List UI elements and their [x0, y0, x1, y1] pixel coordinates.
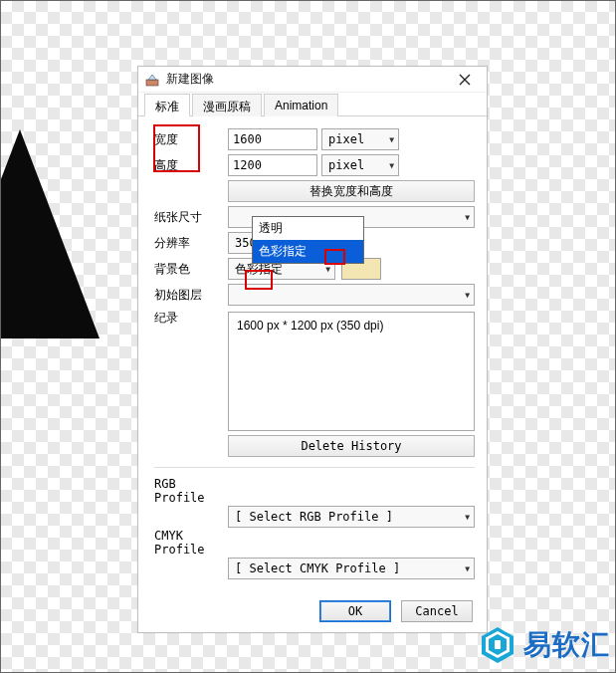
titlebar: 新建图像: [138, 67, 487, 93]
layer-label: 初始图层: [154, 287, 228, 304]
svg-rect-0: [146, 80, 158, 86]
delete-history-button[interactable]: Delete History: [228, 435, 475, 457]
tab-animation[interactable]: Animation: [264, 94, 338, 116]
svg-rect-4: [495, 640, 501, 649]
divider: [154, 467, 475, 468]
bgcolor-option-transparent[interactable]: 透明: [253, 217, 363, 240]
width-unit-value: pixel: [328, 132, 364, 146]
history-label: 纪录: [154, 310, 228, 327]
row-swap: 替换宽度和高度: [154, 178, 475, 204]
bgcolor-option-specify[interactable]: 色彩指定: [253, 240, 363, 263]
resolution-label: 分辨率: [154, 235, 228, 252]
cmyk-profile-value: [ Select CMYK Profile ]: [235, 561, 400, 575]
dialog-footer: OK Cancel: [138, 589, 487, 632]
chevron-down-icon: ▼: [465, 564, 470, 573]
history-item[interactable]: 1600 px * 1200 px (350 dpi): [237, 319, 466, 333]
close-icon: [459, 74, 471, 86]
row-cmyk-profile-value: [ Select CMYK Profile ] ▼: [154, 556, 475, 581]
bgcolor-dropdown-list[interactable]: 透明 色彩指定: [252, 216, 364, 264]
chevron-down-icon: ▼: [465, 513, 470, 522]
chevron-down-icon: ▼: [465, 213, 470, 222]
background-triangle: [0, 129, 100, 338]
height-label: 高度: [154, 157, 228, 174]
tab-standard[interactable]: 标准: [144, 94, 190, 116]
row-layer: 初始图层 ▼: [154, 282, 475, 308]
tab-manga[interactable]: 漫画原稿: [192, 94, 262, 116]
width-label: 宽度: [154, 131, 228, 148]
chevron-down-icon: ▼: [325, 265, 330, 274]
width-input[interactable]: [228, 128, 317, 150]
height-unit-select[interactable]: pixel ▼: [321, 154, 399, 176]
dialog-body: 宽度 pixel ▼ 高度 pixel ▼ 替换宽度和高度 纸张尺寸 ▼: [138, 116, 487, 589]
cmyk-profile-select[interactable]: [ Select CMYK Profile ] ▼: [228, 558, 475, 579]
chevron-down-icon: ▼: [389, 161, 394, 170]
row-height: 高度 pixel ▼: [154, 152, 475, 178]
height-input[interactable]: [228, 154, 317, 176]
row-cmyk-profile: CMYK Profile: [154, 530, 475, 556]
cmyk-profile-label: CMYK Profile: [154, 529, 228, 557]
row-history: 纪录 1600 px * 1200 px (350 dpi) Delete Hi…: [154, 310, 475, 457]
chevron-down-icon: ▼: [465, 291, 470, 300]
brand-logo: 易软汇: [480, 625, 610, 665]
swap-dimensions-button[interactable]: 替换宽度和高度: [228, 180, 475, 202]
close-button[interactable]: [449, 69, 481, 91]
brand-icon: [480, 625, 515, 665]
row-width: 宽度 pixel ▼: [154, 126, 475, 152]
rgb-profile-select[interactable]: [ Select RGB Profile ] ▼: [228, 506, 475, 528]
dialog-title: 新建图像: [166, 71, 449, 88]
layer-select[interactable]: ▼: [228, 284, 475, 306]
ok-button[interactable]: OK: [319, 600, 391, 622]
brand-text: 易软汇: [523, 626, 610, 664]
row-rgb-profile-value: [ Select RGB Profile ] ▼: [154, 504, 475, 530]
width-unit-select[interactable]: pixel ▼: [321, 128, 399, 150]
row-rgb-profile: RGB Profile: [154, 478, 475, 504]
paper-label: 纸张尺寸: [154, 209, 228, 226]
rgb-profile-value: [ Select RGB Profile ]: [235, 510, 393, 524]
tabs: 标准 漫画原稿 Animation: [138, 93, 487, 116]
history-list[interactable]: 1600 px * 1200 px (350 dpi): [228, 312, 475, 431]
cancel-button[interactable]: Cancel: [401, 600, 473, 622]
rgb-profile-label: RGB Profile: [154, 477, 228, 505]
app-icon: [144, 72, 160, 88]
bgcolor-label: 背景色: [154, 261, 228, 278]
new-image-dialog: 新建图像 标准 漫画原稿 Animation 宽度 pixel ▼ 高度 pix…: [137, 66, 488, 633]
height-unit-value: pixel: [328, 158, 364, 172]
chevron-down-icon: ▼: [389, 135, 394, 144]
